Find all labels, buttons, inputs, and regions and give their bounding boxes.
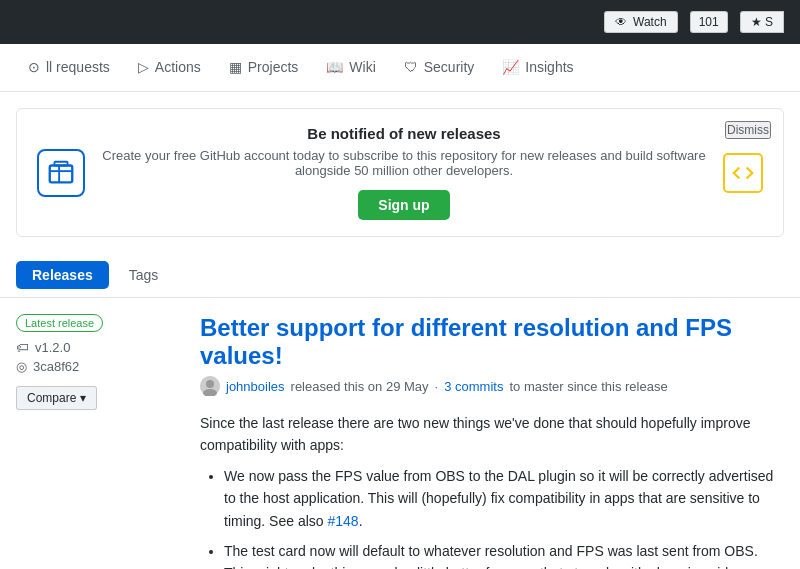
commit-icon: ◎: [16, 359, 27, 374]
dismiss-button[interactable]: Dismiss: [725, 121, 771, 139]
subnav-pull-requests[interactable]: ⊙ ll requests: [16, 51, 122, 85]
github-icon: [37, 149, 85, 197]
actions-icon: ▷: [138, 59, 149, 75]
sidebar-commit: ◎ 3ca8f62: [16, 359, 176, 374]
avatar: [200, 376, 220, 396]
watch-count[interactable]: 101: [690, 11, 728, 33]
banner-content: Be notified of new releases Create your …: [85, 125, 723, 220]
link-148[interactable]: #148: [328, 513, 359, 529]
release-intro: Since the last release there are two new…: [200, 412, 784, 457]
sub-navigation: ⊙ ll requests ▷ Actions ▦ Projects 📖 Wik…: [0, 44, 800, 92]
sign-up-button[interactable]: Sign up: [358, 190, 449, 220]
watch-label: Watch: [633, 15, 667, 29]
latest-release-badge: Latest release: [16, 314, 103, 332]
svg-rect-0: [50, 165, 73, 182]
code-icon: [723, 153, 763, 193]
wiki-icon: 📖: [326, 59, 343, 75]
subnav-wiki[interactable]: 📖 Wiki: [314, 51, 387, 85]
eye-icon: 👁: [615, 15, 627, 29]
release-body: Since the last release there are two new…: [200, 412, 784, 569]
bullet-2: The test card now will default to whatev…: [224, 540, 784, 569]
sidebar-tag: 🏷 v1.2.0: [16, 340, 176, 355]
svg-rect-1: [54, 161, 67, 165]
watch-button[interactable]: 👁 Watch: [604, 11, 678, 33]
release-content: Better support for different resolution …: [200, 314, 784, 569]
subnav-insights[interactable]: 📈 Insights: [490, 51, 585, 85]
svg-point-5: [206, 380, 214, 388]
banner-title: Be notified of new releases: [85, 125, 723, 142]
top-navigation: 👁 Watch 101 ★ S: [0, 0, 800, 44]
release-sidebar: Latest release 🏷 v1.2.0 ◎ 3ca8f62 Compar…: [16, 314, 176, 569]
release-meta: johnboiles released this on 29 May · 3 c…: [200, 376, 784, 396]
compare-button[interactable]: Compare ▾: [16, 386, 97, 410]
subnav-security[interactable]: 🛡 Security: [392, 51, 487, 85]
banner-description: Create your free GitHub account today to…: [85, 148, 723, 178]
security-icon: 🛡: [404, 59, 418, 75]
pr-icon: ⊙: [28, 59, 40, 75]
compare-label: Compare: [27, 391, 76, 405]
release-date-text: released this on 29 May: [291, 379, 429, 394]
tab-tags[interactable]: Tags: [113, 261, 175, 289]
main-content: Latest release 🏷 v1.2.0 ◎ 3ca8f62 Compar…: [0, 298, 800, 569]
tag-value: v1.2.0: [35, 340, 70, 355]
release-title[interactable]: Better support for different resolution …: [200, 314, 784, 370]
notification-banner: Dismiss Be notified of new releases Crea…: [16, 108, 784, 237]
subnav-projects[interactable]: ▦ Projects: [217, 51, 311, 85]
tab-releases[interactable]: Releases: [16, 261, 109, 289]
projects-icon: ▦: [229, 59, 242, 75]
commits-link[interactable]: 3 commits: [444, 379, 503, 394]
star-button[interactable]: ★ S: [740, 11, 784, 33]
commits-text: to master since this release: [509, 379, 667, 394]
tag-icon: 🏷: [16, 340, 29, 355]
commit-value: 3ca8f62: [33, 359, 79, 374]
insights-icon: 📈: [502, 59, 519, 75]
separator: ·: [435, 379, 439, 394]
bullet-1: We now pass the FPS value from OBS to th…: [224, 465, 784, 532]
release-bullet-list: We now pass the FPS value from OBS to th…: [200, 465, 784, 569]
releases-tabs: Releases Tags: [0, 253, 800, 298]
banner-left: [37, 149, 85, 197]
chevron-down-icon: ▾: [80, 391, 86, 405]
top-nav-actions: 👁 Watch 101 ★ S: [604, 11, 784, 33]
subnav-actions[interactable]: ▷ Actions: [126, 51, 213, 85]
release-author[interactable]: johnboiles: [226, 379, 285, 394]
star-label: ★ S: [751, 15, 773, 29]
